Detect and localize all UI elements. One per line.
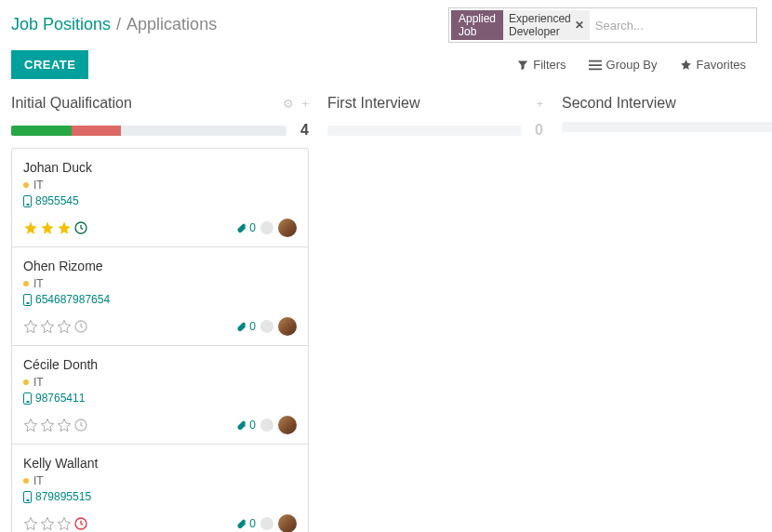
priority-stars[interactable]	[23, 516, 88, 531]
phone-icon	[23, 195, 32, 207]
priority-stars[interactable]	[23, 418, 88, 432]
status-dot[interactable]	[260, 517, 273, 530]
plus-icon[interactable]: +	[301, 97, 309, 111]
kanban-card[interactable]: Cécile Donth IT 98765411 0	[12, 346, 308, 445]
star-icon[interactable]	[40, 418, 55, 432]
breadcrumb-separator: /	[116, 15, 121, 34]
phone-row: 879895515	[23, 490, 297, 503]
priority-stars[interactable]	[23, 319, 88, 334]
avatar[interactable]	[278, 416, 297, 434]
search-input[interactable]	[592, 17, 755, 34]
department-tag: IT	[23, 376, 297, 389]
close-icon[interactable]: ✕	[575, 19, 584, 32]
filter-icon	[517, 60, 528, 71]
clock-icon[interactable]	[73, 418, 88, 432]
phone-link[interactable]: 98765411	[35, 392, 85, 405]
star-icon[interactable]	[57, 516, 72, 531]
progress-bar	[11, 126, 286, 136]
create-button[interactable]: CREATE	[11, 50, 88, 79]
applicant-name: Cécile Donth	[23, 357, 297, 372]
progress-bar	[327, 126, 521, 136]
column-count: 4	[294, 122, 309, 139]
search-facet: Applied Job Experienced Developer ✕	[451, 10, 590, 40]
kanban-card[interactable]: Johan Duck IT 8955545 0	[12, 149, 308, 247]
department-tag: IT	[23, 179, 297, 192]
list-icon	[589, 60, 602, 71]
applicant-name: Johan Duck	[23, 160, 297, 175]
gear-icon[interactable]: ⚙	[283, 97, 294, 111]
tag-dot	[23, 478, 29, 484]
kanban-card[interactable]: Kelly Wallant IT 879895515 0	[12, 445, 308, 532]
clock-icon[interactable]	[73, 220, 88, 235]
breadcrumb: Job Positions / Applications	[11, 7, 217, 34]
applicant-name: Kelly Wallant	[23, 456, 297, 471]
phone-row: 8955545	[23, 194, 297, 207]
attachment-count[interactable]: 0	[235, 320, 256, 333]
column-title: First Interview	[327, 95, 536, 112]
progress-bar	[562, 122, 772, 132]
clock-icon[interactable]	[73, 516, 88, 531]
facet-value: Experienced Developer ✕	[503, 10, 590, 40]
star-icon[interactable]	[57, 220, 72, 235]
paperclip-icon	[235, 321, 247, 333]
phone-icon	[23, 392, 32, 405]
column-count: 0	[528, 122, 543, 139]
breadcrumb-parent-link[interactable]: Job Positions	[11, 15, 111, 34]
phone-row: 654687987654	[23, 293, 297, 306]
star-icon[interactable]	[40, 319, 55, 334]
phone-link[interactable]: 8955545	[35, 194, 79, 207]
star-icon[interactable]	[23, 319, 38, 334]
kanban-column: Initial Qualification ⚙ + 4 Johan Duck I…	[11, 90, 309, 532]
progress-success[interactable]	[11, 126, 72, 136]
paperclip-icon	[235, 419, 247, 432]
status-dot[interactable]	[260, 320, 273, 333]
star-icon[interactable]	[23, 220, 38, 235]
attachment-count[interactable]: 0	[235, 517, 256, 530]
group-by-label: Group By	[606, 58, 658, 72]
kanban-column: First Interview+ 0	[327, 90, 543, 532]
avatar[interactable]	[278, 219, 297, 237]
facet-label: Applied Job	[451, 10, 503, 40]
applicant-name: Ohen Rizome	[23, 259, 297, 273]
star-icon[interactable]	[57, 319, 72, 334]
progress-danger[interactable]	[72, 126, 121, 136]
priority-stars[interactable]	[23, 220, 88, 235]
status-dot[interactable]	[260, 221, 273, 234]
star-icon[interactable]	[23, 418, 38, 432]
attachment-count[interactable]: 0	[235, 221, 256, 234]
phone-link[interactable]: 654687987654	[35, 293, 110, 306]
facet-value-text: Experienced Developer	[509, 12, 571, 38]
phone-link[interactable]: 879895515	[35, 490, 91, 503]
avatar[interactable]	[278, 514, 297, 532]
status-dot[interactable]	[260, 419, 273, 432]
avatar[interactable]	[278, 317, 297, 336]
department-tag: IT	[23, 474, 297, 487]
plus-icon[interactable]: +	[536, 97, 543, 111]
column-title: Second Interview	[562, 95, 772, 112]
phone-icon	[23, 294, 32, 306]
department-tag: IT	[23, 277, 297, 290]
kanban-card[interactable]: Ohen Rizome IT 654687987654 0	[12, 247, 308, 346]
clock-icon[interactable]	[73, 319, 88, 334]
phone-row: 98765411	[23, 392, 297, 405]
phone-icon	[23, 491, 32, 503]
paperclip-icon	[235, 222, 247, 234]
star-icon[interactable]	[23, 516, 38, 531]
star-icon	[680, 59, 692, 71]
filters-button[interactable]: Filters	[517, 58, 566, 72]
attachment-count[interactable]: 0	[235, 419, 256, 432]
star-icon[interactable]	[40, 516, 55, 531]
paperclip-icon	[235, 518, 247, 530]
search-bar[interactable]: Applied Job Experienced Developer ✕	[448, 7, 757, 43]
group-by-button[interactable]: Group By	[589, 58, 658, 72]
column-title: Initial Qualification	[11, 95, 283, 112]
tag-dot	[23, 281, 29, 286]
favorites-label: Favorites	[697, 58, 746, 72]
filters-label: Filters	[533, 58, 566, 72]
star-icon[interactable]	[40, 220, 55, 235]
tag-dot	[23, 379, 29, 385]
card-list: Johan Duck IT 8955545 0 Ohen Rizome IT	[11, 148, 309, 532]
star-icon[interactable]	[57, 418, 72, 432]
tag-dot	[23, 182, 29, 188]
favorites-button[interactable]: Favorites	[680, 58, 746, 72]
